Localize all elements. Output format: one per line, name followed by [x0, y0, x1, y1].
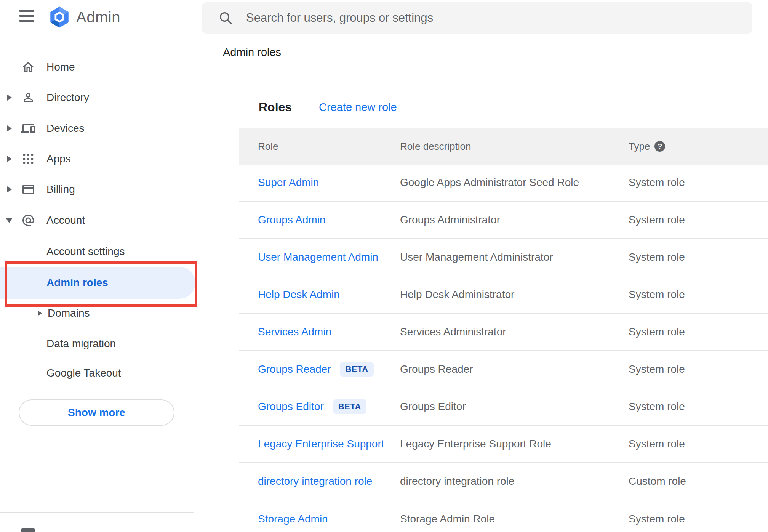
apps-grid-icon: [21, 152, 35, 166]
role-type: System role: [629, 251, 685, 263]
chevron-right-icon[interactable]: [38, 311, 42, 316]
sidebar-item-domains[interactable]: Domains: [0, 298, 202, 328]
sidebar-item-admin-roles-selected[interactable]: Admin roles: [0, 267, 195, 299]
role-type: System role: [629, 363, 685, 375]
role-type: System role: [629, 214, 685, 226]
role-link[interactable]: Help Desk Admin: [258, 288, 340, 301]
role-link[interactable]: Legacy Enterprise Support: [258, 438, 384, 450]
role-description: Services Administrator: [400, 326, 506, 338]
chevron-right-icon[interactable]: [7, 125, 12, 131]
admin-hexagon-logo-icon: [48, 6, 71, 29]
column-header-role: Role: [258, 141, 278, 152]
search-icon: [218, 10, 233, 26]
column-header-type: Type: [629, 141, 650, 152]
sidebar-item-apps[interactable]: Apps: [0, 144, 202, 174]
role-type: System role: [629, 438, 685, 450]
app-logo: Admin: [48, 5, 120, 29]
show-more-button[interactable]: Show more: [19, 399, 174, 426]
app-logo-text: Admin: [76, 9, 120, 26]
sidebar-item-label: Account settings: [46, 245, 125, 258]
role-description: directory integration role: [400, 475, 514, 487]
sidebar-item-google-takeout[interactable]: Google Takeout: [0, 358, 202, 388]
sidebar-item-label: Data migration: [46, 338, 116, 350]
role-description: Groups Reader: [400, 363, 473, 375]
role-description: Groups Administrator: [400, 214, 500, 226]
sidebar-item-label: Devices: [46, 122, 85, 135]
role-type: System role: [629, 401, 685, 413]
sidebar-item-directory[interactable]: Directory: [0, 82, 202, 113]
role-description: Groups Editor: [400, 401, 466, 413]
role-link[interactable]: Super Admin: [258, 176, 319, 189]
chevron-right-icon[interactable]: [7, 156, 12, 162]
role-type: System role: [629, 326, 685, 338]
sidebar-item-home[interactable]: Home: [0, 52, 202, 82]
role-description: Storage Admin Role: [400, 513, 495, 525]
chevron-right-icon[interactable]: [7, 186, 12, 192]
sidebar-item-label: Account: [46, 214, 85, 226]
role-link[interactable]: User Management Admin: [258, 251, 378, 263]
at-sign-icon: [21, 213, 35, 227]
sidebar-item-account-settings[interactable]: Account settings: [0, 236, 202, 267]
page-title: Roles: [259, 96, 292, 118]
chevron-down-icon[interactable]: [6, 218, 12, 223]
breadcrumb-divider: [202, 67, 768, 67]
beta-badge: BETA: [333, 399, 366, 414]
sidebar-item-devices[interactable]: Devices: [0, 113, 202, 144]
sidebar-item-label: Directory: [46, 91, 89, 104]
search-placeholder: Search for users, groups or settings: [246, 11, 433, 25]
home-icon: [21, 60, 35, 74]
role-description: Legacy Enterprise Support Role: [400, 438, 551, 450]
table-row: Legacy Enterprise Support Legacy Enterpr…: [239, 426, 768, 463]
column-header-description: Role description: [400, 141, 471, 152]
role-description: Google Apps Administrator Seed Role: [400, 176, 579, 189]
table-row: User Management Admin User Management Ad…: [239, 239, 768, 276]
role-link[interactable]: Storage Admin: [258, 513, 328, 525]
partial-footer-icon: [21, 528, 35, 532]
role-type: System role: [629, 288, 685, 301]
roles-card: Roles Create new role Role Role descript…: [239, 85, 768, 532]
sidebar-item-account[interactable]: Account: [0, 205, 202, 236]
sidebar-item-label: Billing: [46, 183, 75, 195]
devices-icon: [21, 122, 35, 135]
role-type: Custom role: [629, 475, 686, 487]
role-link[interactable]: Groups Reader: [258, 363, 331, 375]
sidebar-item-label: Home: [46, 61, 75, 73]
admin-console-page: Admin Home Directory Devices Apps: [0, 0, 768, 532]
table-row: Super Admin Google Apps Administrator Se…: [239, 164, 768, 202]
table-row: Storage Admin Storage Admin Role System …: [239, 500, 768, 532]
show-more-label: Show more: [68, 407, 125, 419]
search-input[interactable]: Search for users, groups or settings: [202, 2, 752, 34]
create-new-role-link[interactable]: Create new role: [319, 96, 397, 118]
table-row: Groups Editor BETA Groups Editor System …: [239, 388, 768, 426]
table-row: directory integration role directory int…: [239, 463, 768, 500]
beta-badge: BETA: [340, 362, 373, 377]
role-link[interactable]: Groups Editor: [258, 401, 324, 413]
role-type: System role: [629, 513, 685, 525]
sidebar-item-label: Domains: [48, 307, 90, 319]
person-icon: [21, 91, 35, 104]
sidebar-bottom-divider: [0, 512, 194, 513]
sidebar-item-label: Admin roles: [46, 277, 108, 289]
table-row: Groups Admin Groups Administrator System…: [239, 202, 768, 239]
sidebar-item-data-migration[interactable]: Data migration: [0, 328, 202, 359]
sidebar-item-label: Google Takeout: [46, 367, 121, 379]
role-description: Help Desk Administrator: [400, 288, 514, 301]
role-link[interactable]: directory integration role: [258, 475, 372, 487]
sidebar-item-label: Apps: [46, 153, 71, 165]
role-link[interactable]: Groups Admin: [258, 214, 325, 226]
role-type: System role: [629, 176, 685, 189]
sidebar-item-billing[interactable]: Billing: [0, 174, 202, 205]
table-row: Groups Reader BETA Groups Reader System …: [239, 351, 768, 388]
credit-card-icon: [21, 183, 35, 196]
menu-hamburger-icon[interactable]: [19, 10, 34, 22]
help-icon[interactable]: ?: [654, 141, 665, 152]
table-row: Services Admin Services Administrator Sy…: [239, 314, 768, 351]
chevron-right-icon[interactable]: [7, 95, 12, 101]
breadcrumb: Admin roles: [223, 46, 281, 59]
table-header-row: Role Role description Type ?: [239, 128, 768, 165]
table-row: Help Desk Admin Help Desk Administrator …: [239, 276, 768, 314]
role-link[interactable]: Services Admin: [258, 326, 331, 338]
role-description: User Management Administrator: [400, 251, 553, 263]
